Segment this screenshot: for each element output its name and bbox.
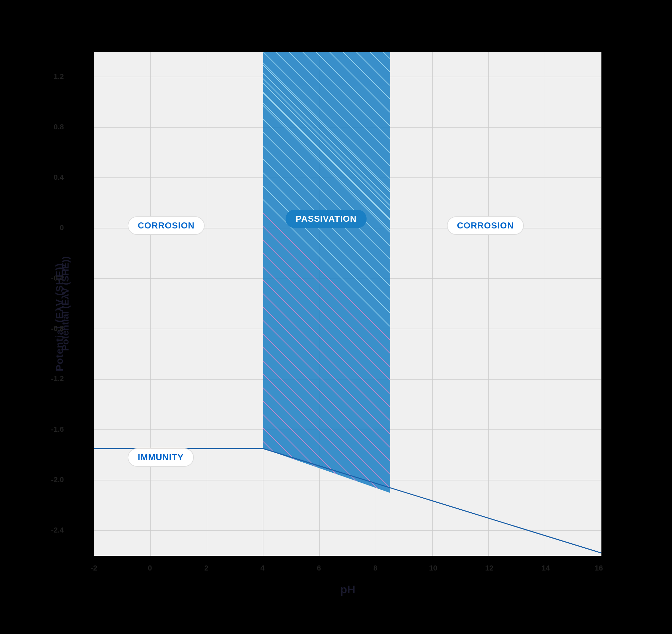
x-tick-12: 12 (485, 564, 493, 572)
x-axis-label: pH (94, 583, 601, 596)
x-tick-14: 14 (542, 564, 550, 572)
x-tick-8: 8 (373, 564, 377, 572)
x-tick-10: 10 (429, 564, 437, 572)
passivation-label: PASSIVATION (286, 210, 366, 228)
x-tick-6: 6 (317, 564, 321, 572)
corrosion-right-label: CORROSION (447, 216, 524, 235)
y-axis-label: Potential (EλV (SHE)) (60, 257, 71, 351)
x-tick-16: 16 (595, 564, 603, 572)
chart-wrapper: Potential (EλV (SHE)) (50, 31, 622, 603)
x-tick-2: 2 (204, 564, 208, 572)
x-tick-4: 4 (260, 564, 264, 572)
chart-container: Potential (EλV (SHE)) (0, 0, 672, 634)
x-tick-0: 0 (148, 564, 152, 572)
x-tick-m2: -2 (91, 564, 97, 572)
chart-plot-area: 1.2 0.8 0.4 0 -0.4 -0.8 -1.2 -1.6 -2.0 -… (94, 52, 601, 556)
immunity-label: IMMUNITY (128, 448, 194, 467)
corrosion-left-label: CORROSION (128, 216, 205, 235)
